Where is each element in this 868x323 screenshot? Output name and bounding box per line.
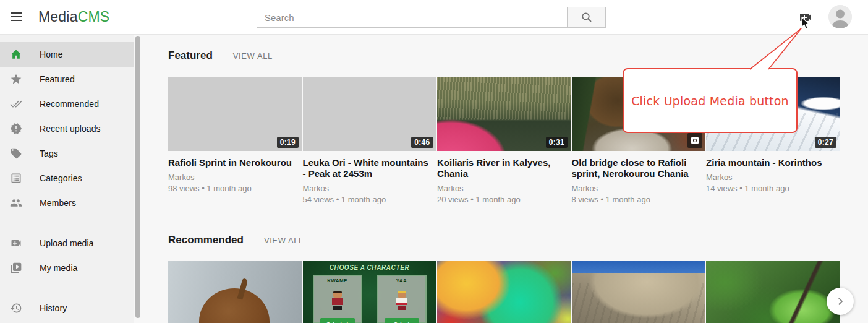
sidebar-item-label: Recommended [40, 99, 99, 109]
video-thumbnail[interactable]: CHOOSE A CHARACTER KWAME YAA Selected Se… [303, 261, 436, 323]
character-sprite [331, 291, 344, 310]
view-all-link[interactable]: VIEW ALL [264, 236, 304, 245]
video-author[interactable]: Markos [572, 183, 705, 194]
members-icon [10, 196, 23, 210]
section-title: Featured [168, 50, 213, 62]
duration-badge: 0:19 [277, 137, 299, 148]
sidebar-divider [0, 288, 134, 288]
character-panel: KWAME [313, 275, 362, 323]
video-thumbnail[interactable]: 0:19 [168, 77, 302, 151]
search-button[interactable] [567, 7, 605, 27]
sidebar-item-history[interactable]: History [0, 296, 134, 321]
media-card: 0:19 Rafioli Sprint in Nerokourou Markos… [168, 77, 302, 205]
video-meta: 98 views • 1 month ago [168, 183, 302, 194]
video-thumbnail[interactable] [572, 261, 705, 323]
game-button: Selected [320, 318, 355, 323]
user-avatar[interactable] [828, 5, 852, 28]
duration-badge: 0:27 [815, 137, 836, 148]
camera-icon [691, 137, 699, 144]
sidebar-item-tags[interactable]: Tags [0, 141, 134, 166]
game-button: Select [385, 318, 419, 323]
character-name: YAA [378, 278, 425, 283]
sidebar-item-my-media[interactable]: My media [0, 256, 134, 280]
history-icon [10, 301, 23, 315]
sidebar-scrollbar-thumb[interactable] [135, 36, 140, 318]
video-author[interactable]: Markos [437, 183, 571, 194]
categories-icon [10, 171, 23, 185]
video-meta: 8 views • 1 month ago [572, 194, 705, 205]
sidebar-divider [0, 223, 134, 223]
media-card [572, 261, 705, 323]
video-title[interactable]: Leuka Ori - White mountains - Peak at 24… [303, 157, 436, 179]
sidebar-item-label: My media [40, 263, 77, 273]
search-input[interactable] [257, 7, 567, 27]
upload-media-icon[interactable] [798, 10, 813, 25]
app-logo[interactable]: MediaCMS [38, 9, 109, 25]
sidebar-item-upload-media[interactable]: Upload media [0, 231, 134, 256]
annotation-text: Click Upload Media button [631, 94, 789, 108]
video-meta: 54 views • 1 month ago [303, 194, 436, 205]
new-releases-icon [10, 122, 23, 136]
sidebar-item-label: Home [40, 50, 63, 59]
video-title[interactable]: Rafioli Sprint in Nerokourou [168, 157, 302, 168]
sidebar-item-categories[interactable]: Categories [0, 166, 134, 191]
sidebar-item-recent-uploads[interactable]: Recent uploads [0, 116, 134, 141]
video-thumbnail[interactable] [437, 261, 571, 323]
game-heading: CHOOSE A CHARACTER [303, 264, 436, 271]
view-all-link[interactable]: VIEW ALL [233, 51, 273, 61]
video-thumbnail[interactable] [706, 261, 840, 323]
video-library-icon [10, 261, 23, 275]
done-all-icon [10, 97, 23, 111]
search-bar [257, 7, 606, 28]
media-card: 0:31 Koiliaris River in Kalyves, Chania … [437, 77, 571, 205]
sidebar-item-label: Categories [40, 173, 82, 183]
recommended-card-row: CHOOSE A CHARACTER KWAME YAA Selected Se… [168, 261, 840, 323]
sidebar-item-label: Featured [40, 74, 75, 84]
carousel-next-button[interactable] [827, 288, 854, 315]
character-sprite [396, 291, 408, 310]
sidebar: Home Featured Recommended Recent uploads… [0, 35, 134, 323]
media-card: CHOOSE A CHARACTER KWAME YAA Selected Se… [303, 261, 436, 323]
media-card [168, 261, 302, 323]
video-author[interactable]: Markos [303, 183, 436, 194]
hamburger-menu-icon[interactable] [11, 12, 22, 21]
video-meta: 20 views • 1 month ago [437, 194, 571, 205]
sidebar-item-members[interactable]: Members [0, 191, 134, 215]
photo-badge [687, 133, 702, 148]
video-author[interactable]: Markos [706, 172, 840, 183]
home-icon [10, 48, 23, 61]
annotation-tooltip: Click Upload Media button [623, 68, 798, 133]
duration-badge: 0:46 [411, 137, 433, 148]
sidebar-item-label: History [40, 303, 67, 313]
sidebar-item-recommended[interactable]: Recommended [0, 92, 134, 116]
video-author[interactable]: Markos [168, 172, 302, 183]
video-thumbnail[interactable] [168, 261, 302, 323]
person-silhouette-icon [828, 5, 852, 28]
character-panel: YAA [377, 275, 427, 323]
character-name: KWAME [314, 278, 361, 283]
magnifier-icon [581, 12, 592, 23]
media-card [706, 261, 840, 323]
top-bar: MediaCMS [0, 0, 868, 35]
duration-badge: 0:31 [546, 137, 568, 148]
media-card: 0:46 Leuka Ori - White mountains - Peak … [303, 77, 436, 205]
sidebar-item-label: Upload media [40, 238, 94, 248]
video-thumbnail[interactable]: 0:31 [437, 77, 571, 151]
upload-media-icon [10, 236, 23, 250]
logo-text-primary: Media [38, 9, 78, 25]
sidebar-item-home[interactable]: Home [0, 42, 134, 67]
video-meta: 14 views • 1 month ago [706, 183, 840, 194]
pumpkin-craft-graphic [199, 288, 270, 323]
sidebar-item-label: Recent uploads [40, 124, 101, 134]
video-title[interactable]: Koiliaris River in Kalyves, Chania [437, 157, 571, 179]
video-title[interactable]: Ziria mountain - Korinthos [706, 157, 840, 168]
sidebar-item-featured[interactable]: Featured [0, 67, 134, 92]
logo-text-secondary: CMS [78, 9, 110, 25]
media-card [437, 261, 571, 323]
sidebar-item-label: Tags [40, 149, 58, 158]
section-title: Recommended [168, 234, 244, 246]
video-title[interactable]: Old bridge close to Rafioli sprint, Nero… [572, 157, 705, 179]
chevron-right-icon [835, 296, 846, 307]
section-recommended: Recommended VIEW ALL CHOOSE A CHARACTER … [168, 234, 840, 323]
video-thumbnail[interactable]: 0:46 [303, 77, 436, 151]
